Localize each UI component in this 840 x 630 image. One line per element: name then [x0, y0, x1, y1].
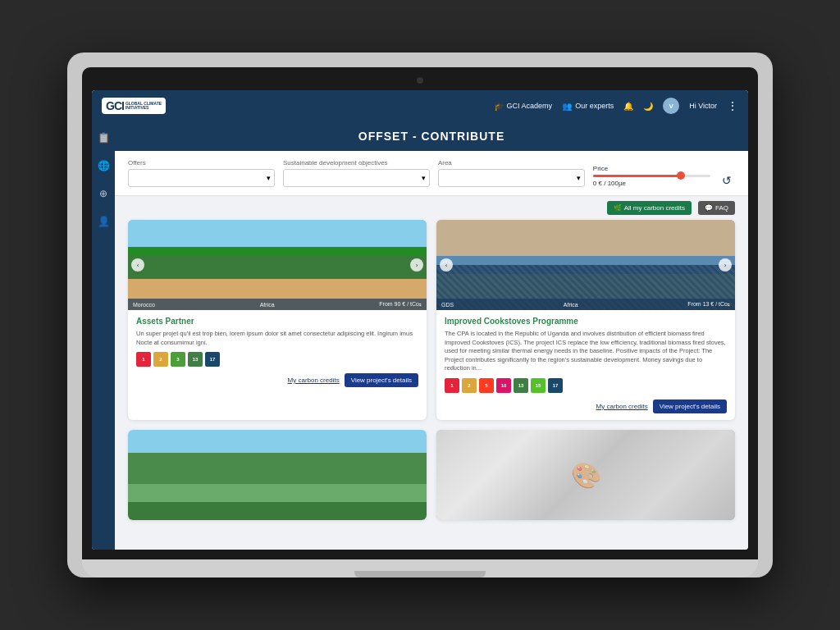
sdo-chevron-icon: ▾	[422, 174, 426, 182]
nav-academy[interactable]: 🎓 GCI Academy	[494, 102, 553, 111]
reset-button[interactable]: ↺	[719, 174, 735, 187]
card-desc-2: The CPA is located in the Republic of Ug…	[445, 330, 727, 373]
user-label: Hi Victor	[689, 102, 717, 110]
card-badge-2: GDS Africa From 13 € / tCo₂	[436, 299, 735, 310]
card-image-4	[436, 430, 735, 520]
filter-price: Price 0 € / 100µe	[593, 165, 710, 187]
nav-academy-label: GCI Academy	[507, 102, 553, 110]
sdo-select[interactable]: ▾	[283, 169, 430, 187]
sdg-badge-1-13: 13	[188, 352, 203, 367]
area-chevron-icon: ▾	[577, 174, 581, 182]
sdg-badge-2-15: 15	[531, 378, 546, 393]
card-location-1: Morocco	[133, 302, 155, 308]
nav-username: Hi Victor	[689, 102, 717, 110]
card-image-1: ‹ › Morocco Africa From 90 € / tCo₂	[128, 220, 427, 310]
page-header: OFFSET - CONTRIBUTE	[115, 121, 748, 151]
card-desc-1: Un super projet qu'il est trop bien, lor…	[136, 330, 418, 347]
sdg-badge-2-17: 17	[548, 378, 563, 393]
filter-sdo: Sustainable development objectives ▾	[283, 159, 430, 187]
card-title-1: Assets Partner	[136, 317, 418, 326]
card-body-1: Assets Partner Un super projet qu'il est…	[128, 310, 427, 394]
main-content: OFFSET - CONTRIBUTE Offers ▾	[115, 121, 748, 550]
logo-box: GCI GLOBAL CLIMATEINITIATIVES	[102, 98, 166, 114]
filter-sdo-label: Sustainable development objectives	[283, 159, 430, 167]
card-image-3	[128, 430, 427, 520]
sdg-badge-2-10: 10	[496, 378, 511, 393]
top-navigation: GCI GLOBAL CLIMATEINITIATIVES 🎓 GCI Acad…	[92, 90, 748, 121]
faq-btn-label: FAQ	[715, 204, 728, 212]
avatar[interactable]: V	[663, 98, 679, 114]
price-track	[593, 175, 710, 177]
card-carbon-link-1[interactable]: My carbon credits	[288, 377, 340, 384]
card-next-btn-1[interactable]: ›	[410, 258, 423, 272]
card-image-solar	[436, 220, 735, 310]
sidebar-icon-plus[interactable]: ⊕	[97, 185, 110, 202]
card-title-2: Improved Cookstoves Programme	[445, 317, 727, 326]
nav-right: 🎓 GCI Academy 👥 Our experts 🔔 🌙	[494, 98, 738, 114]
price-fill	[593, 175, 681, 177]
nav-notifications[interactable]: 🔔	[623, 102, 633, 111]
card-prev-btn-2[interactable]: ‹	[440, 258, 453, 272]
sdg-badge-1-1: 1	[136, 352, 151, 367]
sdg-badge-1-3: 3	[171, 352, 185, 367]
faq-icon: 💬	[705, 204, 713, 212]
filter-offers-label: Offers	[128, 159, 275, 167]
area-select[interactable]: ▾	[438, 169, 585, 187]
card-region-2: Africa	[564, 302, 578, 308]
offers-select[interactable]: ▾	[128, 169, 275, 187]
filter-price-label: Price	[593, 165, 710, 172]
sdg-badge-2-1: 1	[445, 378, 459, 393]
card-image-2: ‹ › GDS Africa From 13 € / tCo₂	[436, 220, 735, 310]
filters-bar: Offers ▾ Sustainable development objecti…	[115, 151, 748, 196]
sidebar-icon-users[interactable]: 👤	[95, 213, 112, 230]
academy-icon: 🎓	[494, 102, 504, 111]
card-next-btn-2[interactable]: ›	[719, 258, 732, 272]
sdg-badge-1-17: 17	[205, 352, 220, 367]
card-sdgs-2: 1 2 5 10 13 15 17	[445, 378, 727, 393]
price-thumb[interactable]	[677, 171, 685, 180]
card-actions-2: My carbon credits View project's details	[445, 399, 727, 413]
filter-area: Area ▾	[438, 159, 585, 187]
card-price-2: From 13 € / tCo₂	[687, 301, 730, 308]
project-card-2: ‹ › GDS Africa From 13 € / tCo₂	[436, 220, 735, 420]
card-actions-1: My carbon credits View project's details	[136, 373, 418, 387]
card-carbon-link-2[interactable]: My carbon credits	[596, 403, 648, 410]
carbon-icon: 🌿	[614, 204, 622, 212]
carbon-btn-label: All my carbon credits	[624, 204, 685, 212]
project-card-3	[128, 430, 427, 520]
view-details-btn-1[interactable]: View project's details	[345, 373, 418, 387]
card-region-1: Africa	[260, 302, 275, 308]
sidebar: 📋 🌐 ⊕ 👤	[92, 121, 115, 550]
experts-icon: 👥	[562, 102, 572, 111]
cards-grid: ‹ › Morocco Africa From 90 € / tCo₂	[115, 220, 748, 533]
price-slider[interactable]: 0 € / 100µe	[593, 175, 710, 187]
card-body-2: Improved Cookstoves Programme The CPA is…	[436, 310, 735, 420]
card-image-plates	[436, 430, 735, 520]
logo: GCI GLOBAL CLIMATEINITIATIVES	[102, 98, 166, 114]
card-image-africa	[128, 220, 427, 310]
carbon-credits-button[interactable]: 🌿 All my carbon credits	[607, 201, 692, 215]
card-prev-btn-1[interactable]: ‹	[131, 258, 144, 272]
filter-area-label: Area	[438, 159, 585, 167]
view-details-btn-2[interactable]: View project's details	[653, 399, 727, 413]
card-location-2: GDS	[441, 302, 454, 308]
nav-theme[interactable]: 🌙	[643, 102, 653, 111]
page-title: OFFSET - CONTRIBUTE	[131, 130, 732, 143]
sidebar-icon-globe[interactable]: 🌐	[95, 158, 112, 174]
bell-icon: 🔔	[623, 102, 633, 111]
more-options-icon[interactable]: ⋮	[727, 99, 738, 112]
nav-experts-label: Our experts	[575, 102, 614, 110]
card-sdgs-1: 1 2 3 13 17	[136, 352, 418, 367]
project-card-4	[436, 430, 735, 520]
nav-experts[interactable]: 👥 Our experts	[562, 102, 614, 111]
sdg-badge-2-2: 2	[462, 378, 477, 393]
sdg-badge-1-2: 2	[153, 352, 168, 367]
card-image-fields	[128, 430, 427, 520]
card-badge-1: Morocco Africa From 90 € / tCo₂	[128, 299, 427, 310]
moon-icon: 🌙	[643, 102, 653, 111]
offers-chevron-icon: ▾	[267, 174, 271, 182]
sdg-badge-2-13: 13	[514, 378, 528, 393]
faq-button[interactable]: 💬 FAQ	[698, 201, 735, 215]
sidebar-icon-chart[interactable]: 📋	[95, 130, 112, 146]
project-card-1: ‹ › Morocco Africa From 90 € / tCo₂	[128, 220, 427, 420]
